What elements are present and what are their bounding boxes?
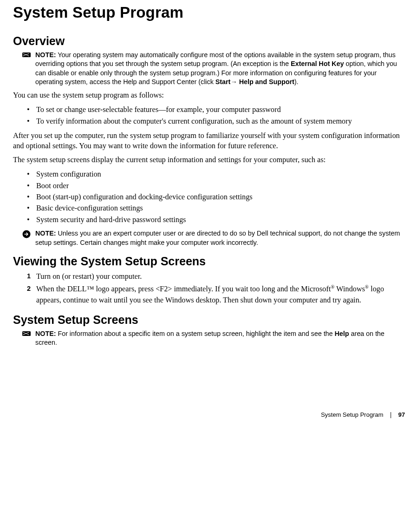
- list-item: Turn on (or restart) your computer.: [27, 271, 405, 282]
- note-overview-1: NOTE: Your operating system may automati…: [13, 51, 405, 86]
- paragraph: The system setup screens display the cur…: [13, 155, 405, 165]
- list-item: Boot order: [27, 180, 405, 191]
- paragraph: After you set up the computer, run the s…: [13, 131, 405, 151]
- list-item: System security and hard-drive password …: [27, 214, 405, 225]
- page-title: System Setup Program: [13, 4, 405, 21]
- note-label: NOTE:: [35, 51, 56, 59]
- list-item: To set or change user-selectable feature…: [27, 104, 405, 115]
- footer-divider: [391, 412, 391, 418]
- page-content: System Setup Program Overview NOTE: Your…: [0, 4, 418, 360]
- heading-overview: Overview: [13, 34, 405, 48]
- bullet-list: To set or change user-selectable feature…: [13, 104, 405, 127]
- note-bold: Help and Support: [239, 78, 294, 85]
- paragraph: You can use the system setup program as …: [13, 90, 405, 100]
- page-footer: System Setup Program 97: [0, 411, 418, 427]
- step-text: Windows: [334, 284, 365, 293]
- registered-mark: ®: [365, 284, 369, 289]
- note-bold: Help: [334, 330, 349, 337]
- numbered-list: Turn on (or restart) your computer. When…: [13, 271, 405, 306]
- list-item: Boot (start-up) configuration and dockin…: [27, 191, 405, 203]
- footer-section: System Setup Program: [321, 411, 383, 418]
- heading-screens: System Setup Screens: [13, 313, 405, 327]
- note-label: NOTE:: [35, 230, 56, 237]
- note-label: NOTE:: [35, 330, 56, 337]
- note-text: ).: [294, 78, 299, 85]
- step-text: When the DELL™ logo appears, press <F2> …: [36, 284, 331, 293]
- note-screens: NOTE: For information about a specific i…: [13, 329, 405, 348]
- arrow-right-icon: [22, 230, 31, 236]
- note-text: Unless you are an expert computer user o…: [35, 230, 400, 246]
- bullet-list: System configuration Boot order Boot (st…: [13, 169, 405, 225]
- note-bold: External Hot Key: [291, 60, 344, 67]
- note-text: For information about a specific item on…: [56, 330, 334, 337]
- list-item: When the DELL™ logo appears, press <F2> …: [27, 283, 405, 305]
- list-item: System configuration: [27, 169, 405, 180]
- list-item: Basic device-configuration settings: [27, 203, 405, 214]
- note-arrow: →: [230, 78, 239, 85]
- list-item: To verify information about the computer…: [27, 116, 405, 127]
- note-icon: [22, 52, 31, 58]
- note-bold: Start: [216, 78, 231, 85]
- page-number: 97: [398, 411, 405, 418]
- note-icon: [22, 330, 31, 337]
- heading-viewing: Viewing the System Setup Screens: [13, 255, 405, 268]
- note-overview-2: NOTE: Unless you are an expert computer …: [13, 229, 405, 247]
